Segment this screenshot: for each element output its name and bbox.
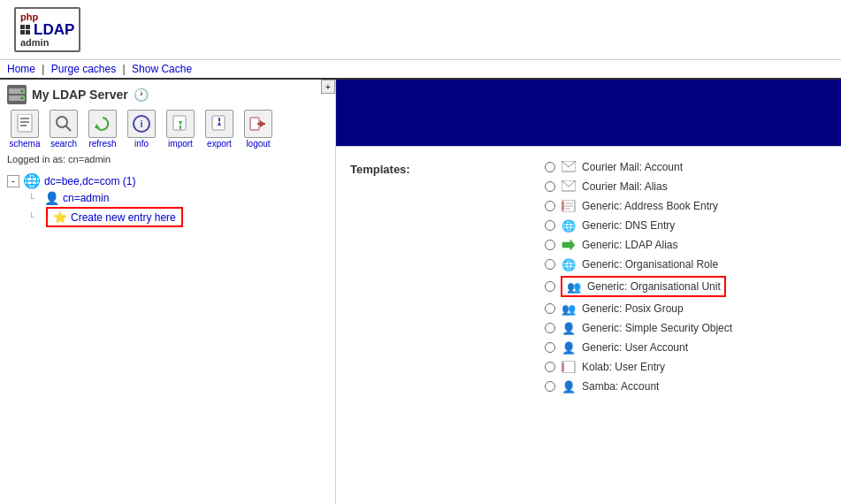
create-new-entry-button[interactable]: ⭐ Create new entry here xyxy=(46,207,183,227)
import-label: import xyxy=(168,139,193,149)
svg-rect-30 xyxy=(562,361,575,373)
toolbar-search[interactable]: search xyxy=(46,110,81,149)
blue-banner xyxy=(336,80,841,146)
schema-label: schema xyxy=(9,139,40,149)
generic-dns-label: Generic: DNS Entry xyxy=(582,219,675,232)
template-generic-address-book: Generic: Address Book Entry xyxy=(545,196,732,216)
left-panel: + My LDAP Server 🕐 xyxy=(0,80,336,504)
logged-in: Logged in as: cn=admin xyxy=(0,152,335,168)
nav-bar: Home | Purge caches | Show Cache xyxy=(0,60,841,80)
generic-org-role-icon: 🌐 xyxy=(561,256,577,272)
tree-expand-button[interactable]: - xyxy=(7,175,19,187)
tree-area: - 🌐 dc=bee,dc=com (1) └ 👤 cn=admin └ ⭐ C… xyxy=(0,168,335,232)
tree-root-node: - 🌐 dc=bee,dc=com (1) xyxy=(7,172,328,190)
nav-purge[interactable]: Purge caches xyxy=(51,63,116,75)
tree-create-new: └ ⭐ Create new entry here xyxy=(28,206,328,228)
org-unit-highlighted: 👥 Generic: Organisational Unit xyxy=(561,276,726,297)
templates-label: Templates: xyxy=(350,163,410,176)
template-generic-org-unit: 👥 Generic: Organisational Unit xyxy=(545,274,732,299)
template-samba-account: 👤 Samba: Account xyxy=(545,377,732,396)
generic-ldap-alias-icon xyxy=(561,237,577,253)
logo-admin: admin xyxy=(20,37,49,48)
toolbar-logout[interactable]: logout xyxy=(241,110,276,149)
search-icon xyxy=(50,110,78,138)
logo-bar: php LDAP admin xyxy=(0,0,841,60)
generic-user-account-icon: 👤 xyxy=(561,340,577,355)
courier-mail-alias-label: Courier Mail: Alias xyxy=(582,180,668,193)
template-generic-org-role: 🌐 Generic: Organisational Role xyxy=(545,255,732,274)
import-icon xyxy=(166,110,195,138)
info-icon: i xyxy=(127,110,156,138)
generic-simple-security-label: Generic: Simple Security Object xyxy=(582,322,732,334)
nav-show-cache[interactable]: Show Cache xyxy=(132,63,192,75)
samba-account-icon: 👤 xyxy=(561,378,577,394)
template-generic-simple-security: 👤 Generic: Simple Security Object xyxy=(545,318,732,338)
star-icon: ⭐ xyxy=(53,210,67,224)
generic-simple-security-icon: 👤 xyxy=(561,320,577,336)
generic-org-role-label: Generic: Organisational Role xyxy=(582,258,718,271)
generic-dns-icon: 🌐 xyxy=(561,218,577,233)
toolbar-info[interactable]: i info xyxy=(124,110,159,149)
radio-generic-address-book[interactable] xyxy=(545,201,555,211)
export-label: export xyxy=(207,139,232,149)
generic-posix-group-label: Generic: Posix Group xyxy=(582,302,684,315)
svg-text:i: i xyxy=(140,118,142,129)
toolbar-schema[interactable]: schema xyxy=(7,110,42,149)
svg-point-8 xyxy=(57,117,67,127)
toolbar-import[interactable]: import xyxy=(163,110,198,149)
radio-samba-account[interactable] xyxy=(545,381,555,392)
generic-address-book-label: Generic: Address Book Entry xyxy=(582,200,718,212)
template-generic-ldap-alias: Generic: LDAP Alias xyxy=(545,235,732,255)
templates-section: Templates: Courier Mail: Account xyxy=(336,146,841,407)
search-label: search xyxy=(50,139,77,149)
schema-icon xyxy=(11,110,39,138)
main-layout: + My LDAP Server 🕐 xyxy=(0,80,841,504)
user-icon: 👤 xyxy=(44,191,59,205)
refresh-icon xyxy=(88,110,117,138)
template-generic-dns: 🌐 Generic: DNS Entry xyxy=(545,216,732,235)
svg-line-9 xyxy=(66,126,72,132)
radio-generic-dns[interactable] xyxy=(545,220,555,231)
radio-kolab-user-entry[interactable] xyxy=(545,362,555,372)
svg-rect-25 xyxy=(562,202,564,210)
radio-generic-simple-security[interactable] xyxy=(545,323,555,333)
tree-cn-admin: └ 👤 cn=admin xyxy=(28,190,328,206)
toolbar-export[interactable]: export xyxy=(202,110,237,149)
clock-icon: 🕐 xyxy=(134,88,149,102)
radio-generic-ldap-alias[interactable] xyxy=(545,240,555,250)
nav-home[interactable]: Home xyxy=(7,63,35,75)
generic-ldap-alias-label: Generic: LDAP Alias xyxy=(582,239,678,251)
server-header: My LDAP Server 🕐 xyxy=(0,80,335,106)
radio-generic-org-role[interactable] xyxy=(545,259,555,270)
server-name: My LDAP Server xyxy=(32,88,128,102)
kolab-user-entry-label: Kolab: User Entry xyxy=(582,361,665,373)
svg-rect-31 xyxy=(562,363,564,371)
logo-ldap: LDAP xyxy=(34,22,74,37)
server-icon xyxy=(7,85,27,104)
refresh-label: refresh xyxy=(88,139,116,149)
templates-list: Courier Mail: Account Courier Mail: Alia… xyxy=(545,157,732,396)
tree-children: └ 👤 cn=admin └ ⭐ Create new entry here xyxy=(28,190,328,228)
toolbar-refresh[interactable]: refresh xyxy=(85,110,120,149)
export-icon xyxy=(205,110,233,138)
right-panel: Templates: Courier Mail: Account xyxy=(336,80,841,504)
radio-generic-user-account[interactable] xyxy=(545,342,555,353)
logout-icon xyxy=(244,110,272,138)
radio-courier-mail-account[interactable] xyxy=(545,162,555,172)
courier-mail-account-icon xyxy=(561,159,577,175)
kolab-user-entry-icon xyxy=(561,359,577,375)
expand-button[interactable]: + xyxy=(321,80,335,94)
svg-marker-29 xyxy=(562,240,575,250)
logo-area: php LDAP admin xyxy=(7,4,88,56)
radio-generic-posix-group[interactable] xyxy=(545,303,555,314)
courier-mail-account-label: Courier Mail: Account xyxy=(582,161,683,173)
radio-courier-mail-alias[interactable] xyxy=(545,181,555,192)
template-generic-posix-group: 👥 Generic: Posix Group xyxy=(545,299,732,318)
radio-generic-org-unit[interactable] xyxy=(545,281,555,292)
create-new-entry-label: Create new entry here xyxy=(71,211,176,224)
globe-icon: 🌐 xyxy=(23,172,41,189)
generic-org-unit-icon: 👥 xyxy=(566,279,582,294)
tree-cn-admin-label[interactable]: cn=admin xyxy=(63,192,109,204)
template-courier-mail-alias: Courier Mail: Alias xyxy=(545,177,732,196)
tree-root-label[interactable]: dc=bee,dc=com (1) xyxy=(44,175,135,187)
